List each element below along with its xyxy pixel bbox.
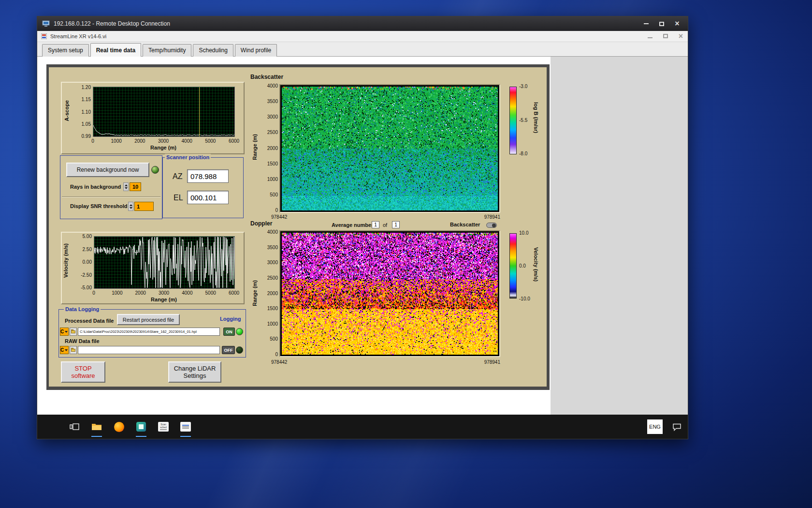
tick-label: 2000 (267, 146, 278, 151)
tick-label: 500 (270, 336, 278, 342)
file-explorer-icon[interactable] (89, 416, 104, 438)
tick-label: -5.00 (81, 285, 92, 290)
tick-label: 0.00 (83, 259, 92, 265)
doppler-title: Doppler (250, 220, 272, 227)
ascope-y-axis-label: A-scope (64, 100, 70, 121)
processed-path-field[interactable]: C:\Lidar\Data\Proc\2023\202309\20230914\… (78, 328, 220, 336)
change-line-2: Settings (184, 372, 206, 379)
tick-label: 2000 (134, 138, 145, 144)
backscatter-x-end: 978941 (473, 214, 500, 220)
rays-spinner[interactable] (123, 182, 129, 191)
running-indicator (91, 436, 102, 437)
velocity-plot (94, 236, 235, 289)
snr-spinner[interactable] (128, 202, 133, 211)
task-view-icon[interactable] (67, 416, 82, 438)
backscatter-title: Backscatter (250, 74, 283, 80)
rdp-window: 192.168.0.122 - Remote Desktop Connectio… (37, 16, 688, 439)
change-lidar-settings-button[interactable]: Change LiDAR Settings (168, 361, 221, 383)
tab-system-setup[interactable]: System setup (42, 44, 89, 57)
teal-app-icon[interactable] (134, 416, 148, 438)
tick-label: 6000 (229, 290, 239, 296)
doppler-plot-frame (279, 230, 500, 357)
rdp-titlebar[interactable]: 192.168.0.122 - Remote Desktop Connectio… (37, 16, 688, 31)
scan-scheduler-icon[interactable]: Scan sched (156, 416, 171, 438)
tick-label: 5000 (205, 290, 216, 296)
raw-drive-selector[interactable]: C (60, 346, 69, 354)
restart-processed-file-button[interactable]: Restart processed file (117, 314, 180, 325)
tab-temp-humidity[interactable]: Temp/humidity (143, 44, 191, 57)
renew-background-button[interactable]: Renew background now (66, 163, 149, 177)
scanner-position-group: Scanner position AZ 078.988 EL 000.101 (162, 157, 244, 218)
raw-path-field[interactable] (78, 346, 220, 354)
tick-label: 5.00 (83, 234, 92, 239)
logging-off-led (236, 346, 243, 354)
minimize-icon[interactable] (638, 18, 654, 29)
ascope-plot (93, 87, 235, 137)
group-divider (62, 196, 160, 197)
action-center-chat-icon[interactable] (669, 416, 684, 438)
language-indicator[interactable]: ENG (647, 419, 663, 434)
rays-in-background-value[interactable]: 10 (130, 182, 141, 191)
renew-status-led (151, 166, 159, 174)
tick-label: 2000 (135, 290, 146, 296)
logging-on-toggle[interactable]: ON (223, 328, 235, 336)
firefox-icon[interactable] (112, 416, 126, 438)
tick-label: 2.50 (83, 247, 92, 252)
app-titlebar[interactable]: StreamLine XR v14-6.vi × (37, 31, 688, 42)
tick-label: 1.15 (82, 97, 91, 102)
backscatter-plot-frame (279, 84, 500, 213)
app-maximize-icon[interactable] (663, 33, 668, 39)
tab-scheduling[interactable]: Scheduling (193, 44, 233, 57)
tick-label: 1000 (111, 138, 122, 144)
processed-drive-selector[interactable]: C (60, 328, 69, 336)
logging-label: Logging (218, 315, 242, 322)
panel-frame: A-scope 1.20 1.15 1.10 1.05 0.99 0 1000 … (46, 64, 550, 390)
backscatter-toggle-label: Backscatter (450, 222, 480, 227)
toggle-knob (492, 224, 496, 227)
tick-label: 3000 (267, 260, 278, 265)
ascope-y-ticks: 1.20 1.15 1.10 1.05 0.99 (72, 85, 91, 139)
backscatter-colorbar-ticks: -3.0 -5.5 -8.0 (519, 84, 527, 156)
maximize-icon[interactable] (654, 18, 669, 29)
main-panel: A-scope 1.20 1.15 1.10 1.05 0.99 0 1000 … (49, 67, 547, 387)
snr-threshold-value[interactable]: 1 (134, 202, 154, 211)
tick-label: 3500 (267, 99, 278, 104)
tab-wind-profile[interactable]: Wind profile (235, 44, 277, 57)
tick-label: 3000 (158, 138, 169, 144)
doppler-heatmap (282, 233, 498, 355)
tick-label: 3000 (159, 290, 169, 296)
app-close-icon[interactable]: × (679, 32, 683, 40)
tick-label: 0 (91, 138, 94, 144)
tick-label: -3.0 (519, 84, 527, 89)
average-number-value[interactable]: 1 (372, 221, 379, 228)
doppler-colorbar-label: Velocity (m/s) (533, 247, 539, 282)
doppler-x-start: 978442 (271, 359, 287, 365)
close-icon[interactable]: × (669, 18, 685, 29)
tab-real-time-data[interactable]: Real time data (90, 43, 141, 57)
tick-label: -8.0 (519, 151, 527, 156)
desktop-background: 192.168.0.122 - Remote Desktop Connectio… (0, 0, 812, 508)
velocity-y-axis-label: Velocity (m/s) (63, 243, 69, 278)
app-minimize-icon[interactable] (648, 33, 652, 39)
stop-line-2: software (71, 372, 95, 379)
velocity-x-axis-label: Range (m) (94, 297, 234, 302)
doppler-y-axis-label: Range (m) (252, 280, 258, 306)
doppler-x-end: 978941 (473, 359, 500, 365)
rdp-window-title: 192.168.0.122 - Remote Desktop Connectio… (54, 20, 170, 27)
stop-software-button[interactable]: STOP software (61, 361, 105, 383)
tick-label: 1000 (267, 321, 278, 327)
processed-browse-folder-icon[interactable] (70, 328, 77, 336)
backscatter-toggle-switch[interactable] (486, 223, 497, 228)
doppler-y-ticks: 4000 3500 3000 2500 2000 1500 1000 500 0 (261, 229, 278, 357)
tick-label: 1.10 (82, 109, 91, 115)
of-label: of (383, 222, 387, 228)
logging-off-toggle[interactable]: OFF (222, 346, 235, 354)
processed-data-file-label: Processed Data file (65, 318, 114, 324)
drive-letter: C (60, 329, 64, 334)
el-label: EL (174, 194, 183, 202)
window-background (551, 57, 688, 416)
raw-browse-folder-icon[interactable] (70, 346, 77, 354)
average-of-count[interactable]: 1 (392, 221, 400, 228)
tick-label: 5000 (205, 138, 216, 144)
document-app-icon[interactable] (178, 416, 193, 438)
